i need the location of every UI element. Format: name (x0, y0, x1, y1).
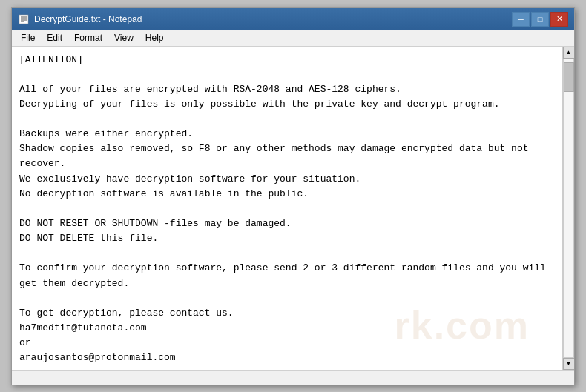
scrollbar-thumb[interactable] (564, 62, 574, 92)
menu-file[interactable]: File (15, 31, 41, 44)
window-controls: ─ □ ✕ (512, 12, 568, 27)
close-button[interactable]: ✕ (550, 12, 568, 27)
title-bar: DecryptGuide.txt - Notepad ─ □ ✕ (12, 8, 574, 30)
svg-rect-0 (19, 15, 28, 24)
scrollbar-track[interactable] (563, 59, 574, 358)
text-editor[interactable]: [ATTENTION] All of your files are encryp… (12, 47, 562, 370)
window-title: DecryptGuide.txt - Notepad (34, 14, 512, 24)
notepad-window: DecryptGuide.txt - Notepad ─ □ ✕ File Ed… (11, 7, 575, 385)
menu-format[interactable]: Format (68, 31, 108, 44)
scroll-down-arrow[interactable]: ▼ (563, 358, 575, 370)
menu-view[interactable]: View (108, 31, 139, 44)
menu-edit[interactable]: Edit (41, 31, 68, 44)
menu-bar: File Edit Format View Help (12, 30, 574, 47)
app-icon (18, 13, 30, 25)
scrollbar[interactable]: ▲ ▼ (562, 47, 574, 370)
minimize-button[interactable]: ─ (512, 12, 530, 27)
status-bar (12, 370, 574, 385)
scroll-up-arrow[interactable]: ▲ (563, 47, 575, 59)
content-area: [ATTENTION] All of your files are encryp… (12, 47, 574, 370)
maximize-button[interactable]: □ (531, 12, 549, 27)
menu-help[interactable]: Help (139, 31, 170, 44)
